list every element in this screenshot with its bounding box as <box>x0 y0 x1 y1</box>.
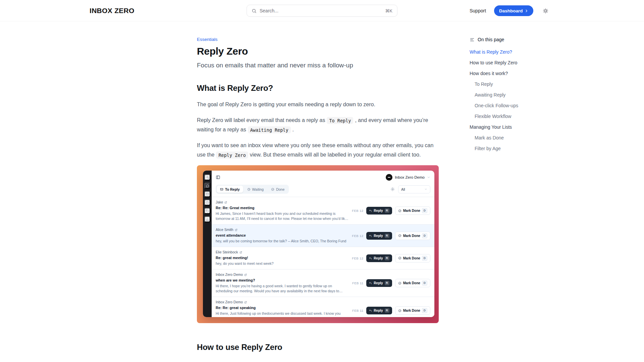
theme-toggle-button[interactable] <box>541 7 550 15</box>
demo-tab-group: To ReplyWaitingDone <box>216 185 289 194</box>
email-body: JakeRe: Re: Great meetingHi James, Since… <box>216 200 348 221</box>
email-meta: FEB 12ReplyRMark DoneD <box>352 232 430 240</box>
sun-icon <box>543 8 548 14</box>
email-snippet: Hi there, I hope you’re having a good we… <box>216 284 349 294</box>
reply-button[interactable]: ReplyR <box>366 232 392 240</box>
mark-done-button[interactable]: Mark DoneD <box>395 232 430 240</box>
toc-link-how-does-it-work[interactable]: How does it work? <box>470 71 508 76</box>
mark-done-button[interactable]: Mark DoneD <box>395 279 430 287</box>
code-awaiting-reply: Awaiting Reply <box>248 126 291 133</box>
email-subject: Re: great meeting! <box>216 255 348 260</box>
check-circle-icon <box>271 188 274 191</box>
demo-tab-waiting[interactable]: Waiting <box>244 186 267 193</box>
search-bar[interactable]: ⌘K <box>247 5 397 17</box>
on-this-page-panel: On this page What is Reply Zero?How to u… <box>470 21 543 156</box>
email-snippet: Hi there, Just following up on thedocume… <box>216 311 349 317</box>
email-meta: FEB 11ReplyRMark DoneD <box>352 306 430 315</box>
demo-filter-value: All <box>401 187 405 191</box>
mark-done-button[interactable]: Mark DoneD <box>395 306 430 315</box>
email-row[interactable]: Alice Smithevent attendancehey, will you… <box>212 225 434 247</box>
external-link-icon[interactable] <box>244 274 247 276</box>
sidebar-toggle-icon[interactable] <box>216 175 220 180</box>
external-link-icon[interactable] <box>235 229 237 231</box>
demo-tab-to-reply[interactable]: To Reply <box>217 186 243 193</box>
external-link-icon[interactable] <box>239 251 242 254</box>
toc-item: One-click Follow-ups <box>470 102 543 109</box>
email-row[interactable]: JakeRe: Re: Great meetingHi James, Since… <box>212 197 434 225</box>
reply-icon <box>369 282 372 285</box>
chart-icon[interactable] <box>204 216 210 222</box>
inbox-zero-logo[interactable]: INBOX ZERO <box>90 7 135 15</box>
email-row[interactable]: Elie SteinbockRe: great meeting!hey, do … <box>212 247 434 269</box>
demo-filter-select[interactable]: All <box>398 185 430 193</box>
done-shortcut-key: D <box>422 208 427 213</box>
reply-shortcut-key: R <box>385 281 389 285</box>
page-subtitle: Focus on emails that matter and never mi… <box>197 61 439 70</box>
clock-icon <box>247 188 251 191</box>
email-meta: FEB 11ReplyRMark DoneD <box>352 279 430 287</box>
toc-link-one-click-follow-ups[interactable]: One-click Follow-ups <box>470 103 518 108</box>
email-date: FEB 11 <box>352 281 363 285</box>
email-row[interactable]: Inbox Zero DemoRe: Re: great speakingHi … <box>212 297 434 317</box>
mark-done-button[interactable]: Mark DoneD <box>395 254 430 262</box>
reply-button[interactable]: ReplyR <box>366 307 392 314</box>
message-icon[interactable] <box>204 183 210 189</box>
email-body: Inbox Zero DemoRe: Re: great speakingHi … <box>216 300 349 317</box>
breadcrumb-essentials[interactable]: Essentials <box>197 37 439 42</box>
chevron-right-icon <box>525 9 528 13</box>
reply-button[interactable]: ReplyR <box>366 254 392 262</box>
toc-link-awaiting-reply[interactable]: Awaiting Reply <box>470 92 505 98</box>
top-nav: INBOX ZERO ⌘K Support Dashboard <box>0 0 644 21</box>
toc-link-how-to-use-reply-zero[interactable]: How to use Reply Zero <box>470 60 517 65</box>
external-link-icon[interactable] <box>244 301 247 304</box>
support-link[interactable]: Support <box>470 8 486 13</box>
search-input[interactable] <box>260 8 382 13</box>
check-circle-icon <box>398 282 401 285</box>
toc-link-flexible-workflow[interactable]: Flexible Workflow <box>470 114 511 119</box>
toc-link-managing-your-lists[interactable]: Managing Your Lists <box>470 124 512 130</box>
done-shortcut-key: D <box>422 281 427 286</box>
demo-account-menu[interactable]: Inbox Zero Demo <box>386 174 430 181</box>
reply-button[interactable]: ReplyR <box>366 279 392 287</box>
reply-shortcut-key: R <box>385 308 389 313</box>
done-shortcut-key: D <box>422 256 427 261</box>
toc-link-to-reply[interactable]: To Reply <box>470 81 493 87</box>
toc-item: Awaiting Reply <box>470 92 543 98</box>
email-snippet: Hi James, Since I haven’t heard back fro… <box>216 211 348 221</box>
demo-email-list: JakeRe: Re: Great meetingHi James, Since… <box>212 197 434 317</box>
email-sender: Jake <box>216 200 223 204</box>
email-meta: FEB 12ReplyRMark DoneD <box>352 206 430 215</box>
check-circle-icon <box>398 309 401 312</box>
dashboard-button[interactable]: Dashboard <box>494 5 533 16</box>
reply-zero-demo-image: Inbox Zero Demo To ReplyWaitingDone All <box>197 165 439 323</box>
reply-shortcut-key: R <box>385 208 389 213</box>
email-subject: Re: Re: Great meeting <box>216 205 348 210</box>
toc-item: To Reply <box>470 81 543 87</box>
email-sender: Alice Smith <box>216 228 233 232</box>
toc-link-what-is-reply-zero[interactable]: What is Reply Zero? <box>470 49 512 55</box>
toc-item: Mark as Done <box>470 134 543 141</box>
archive-icon[interactable] <box>204 191 210 197</box>
avatar <box>386 174 392 181</box>
paragraph-2-text: . <box>292 127 294 132</box>
settings-gear-icon[interactable] <box>390 187 395 191</box>
toc-link-mark-as-done[interactable]: Mark as Done <box>470 135 504 140</box>
email-row[interactable]: Inbox Zero Demowhen are we meeting?Hi th… <box>212 269 434 297</box>
chevron-down-icon <box>427 176 430 179</box>
tag-icon[interactable] <box>204 208 210 214</box>
search-icon <box>252 8 257 13</box>
demo-side-rail <box>203 171 212 317</box>
mark-done-button[interactable]: Mark DoneD <box>395 206 430 215</box>
demo-tabs-row: To ReplyWaitingDone All <box>212 184 434 197</box>
demo-tab-done[interactable]: Done <box>268 186 288 193</box>
demo-header: Inbox Zero Demo <box>212 171 434 184</box>
nav-actions: Support Dashboard <box>470 0 550 21</box>
sparkles-icon[interactable] <box>204 174 210 180</box>
reply-button[interactable]: ReplyR <box>366 207 392 215</box>
clock-icon[interactable] <box>204 199 210 205</box>
email-body: Elie SteinbockRe: great meeting!hey, do … <box>216 250 348 266</box>
toc-link-filter-by-age[interactable]: Filter by Age <box>470 146 501 151</box>
toc-item: How does it work? <box>470 70 543 77</box>
external-link-icon[interactable] <box>224 201 227 204</box>
email-subject: Re: Re: great speaking <box>216 305 349 310</box>
